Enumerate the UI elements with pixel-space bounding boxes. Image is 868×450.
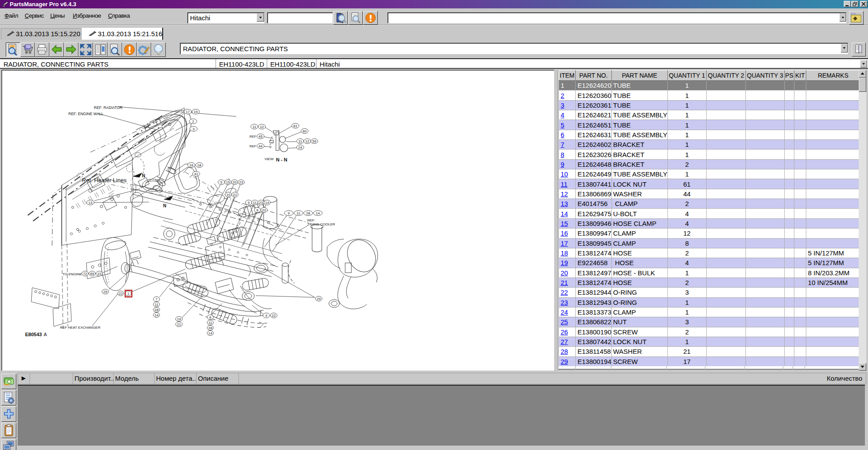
svg-text:4: 4 [265, 314, 268, 318]
svg-text:REF:: REF: [307, 218, 315, 222]
svg-text:2: 2 [192, 120, 194, 124]
svg-text:11: 11 [209, 321, 212, 325]
svg-text:11: 11 [297, 211, 301, 215]
svg-text:61: 61 [294, 124, 298, 128]
svg-text:59: 59 [313, 139, 317, 143]
svg-text:28: 28 [306, 211, 310, 215]
svg-text:9: 9 [288, 211, 290, 215]
svg-text:10: 10 [97, 272, 101, 276]
svg-text:19: 19 [177, 317, 181, 321]
svg-text:29: 29 [104, 290, 108, 294]
svg-text:REF: REF [250, 144, 256, 148]
svg-text:6: 6 [257, 208, 259, 212]
svg-text:14: 14 [265, 201, 269, 205]
svg-text:13: 13 [89, 201, 93, 205]
svg-text:REF: RADIATOR: REF: RADIATOR [94, 105, 123, 110]
svg-text:12: 12 [260, 125, 264, 129]
svg-text:65: 65 [90, 272, 94, 276]
svg-text:9: 9 [248, 201, 250, 205]
svg-text:20: 20 [233, 180, 237, 184]
svg-text:8: 8 [209, 315, 212, 319]
svg-text:60: 60 [303, 129, 307, 133]
svg-text:11: 11 [253, 125, 257, 129]
svg-text:17: 17 [186, 110, 190, 114]
svg-text:VIEW: VIEW [264, 157, 274, 161]
svg-text:22: 22 [262, 208, 266, 212]
svg-text:A: A [44, 332, 47, 337]
svg-text:21: 21 [177, 322, 181, 326]
svg-text:Ref. Heater Lines: Ref. Heater Lines [82, 177, 127, 184]
svg-text:23: 23 [259, 201, 263, 205]
svg-text:11: 11 [253, 201, 257, 205]
svg-text:24: 24 [298, 146, 302, 150]
svg-text:19: 19 [194, 110, 198, 114]
svg-text:45: 45 [259, 135, 263, 139]
svg-text:7: 7 [156, 297, 158, 301]
svg-text:16: 16 [190, 163, 194, 167]
svg-text:REF HEAT EXCHANGER: REF HEAT EXCHANGER [60, 326, 101, 330]
svg-text:N: N [142, 173, 145, 178]
svg-text:REF: REF [250, 135, 256, 139]
svg-text:21: 21 [233, 193, 237, 197]
svg-text:N: N [163, 203, 166, 208]
svg-text:29: 29 [317, 297, 321, 301]
svg-text:14: 14 [316, 211, 320, 215]
svg-text:22: 22 [272, 314, 276, 318]
svg-text:28: 28 [155, 308, 159, 312]
svg-text:15: 15 [226, 180, 230, 184]
svg-text:72: 72 [83, 272, 87, 276]
svg-text:18: 18 [197, 163, 201, 167]
svg-text:3: 3 [193, 127, 195, 131]
svg-text:14: 14 [209, 331, 212, 335]
svg-text:12: 12 [305, 139, 309, 143]
svg-text:22: 22 [119, 292, 123, 296]
svg-text:N - N: N - N [276, 157, 287, 162]
svg-text:1: 1 [127, 292, 130, 296]
svg-text:28: 28 [209, 326, 212, 330]
svg-text:41: 41 [194, 172, 198, 176]
svg-text:TO ENGINE: TO ENGINE [63, 272, 82, 276]
svg-text:REF: ENGINE WALL: REF: ENGINE WALL [68, 112, 104, 116]
svg-text:5: 5 [220, 180, 223, 184]
svg-text:TRANS COOLER: TRANS COOLER [307, 222, 335, 226]
svg-text:44: 44 [259, 144, 263, 148]
svg-text:E80543: E80543 [25, 332, 42, 337]
svg-text:14: 14 [155, 313, 159, 317]
svg-text:10: 10 [227, 193, 231, 197]
svg-text:11: 11 [155, 303, 159, 307]
svg-text:23: 23 [239, 180, 243, 184]
svg-text:11: 11 [298, 139, 302, 143]
